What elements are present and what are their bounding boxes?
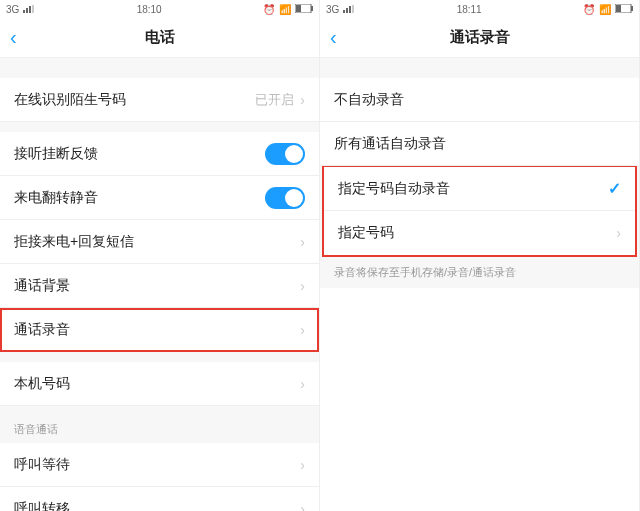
svg-rect-10 <box>352 5 354 13</box>
svg-rect-2 <box>29 6 31 13</box>
chevron-right-icon: › <box>616 225 621 241</box>
page-title: 通话录音 <box>450 28 510 47</box>
svg-rect-13 <box>631 6 633 11</box>
back-button[interactable]: ‹ <box>10 26 17 49</box>
row-label: 本机号码 <box>14 375 300 393</box>
row-label: 呼叫转移 <box>14 500 300 512</box>
status-bar: 3G 18:11 ⏰ 📶 <box>320 0 639 18</box>
row-label: 在线识别陌生号码 <box>14 91 255 109</box>
row-call-bg[interactable]: 通话背景 › <box>0 264 319 308</box>
nav-bar: ‹ 电话 <box>0 18 319 58</box>
network-label: 3G <box>326 4 339 15</box>
row-label: 来电翻转静音 <box>14 189 265 207</box>
row-label: 不自动录音 <box>334 91 625 109</box>
row-all-auto[interactable]: 所有通话自动录音 <box>320 122 639 166</box>
row-label: 通话录音 <box>14 321 300 339</box>
svg-rect-7 <box>343 10 345 13</box>
alarm-icon: ⏰ <box>583 4 595 15</box>
row-flip-mute[interactable]: 来电翻转静音 <box>0 176 319 220</box>
row-label: 所有通话自动录音 <box>334 135 625 153</box>
settings-list: 不自动录音 所有通话自动录音 指定号码自动录音 ✓ 指定号码 › 录音将保存至手… <box>320 58 639 288</box>
check-icon: ✓ <box>608 179 621 198</box>
svg-rect-6 <box>311 6 313 11</box>
footnote: 录音将保存至手机存储/录音/通话录音 <box>320 257 639 288</box>
chevron-right-icon: › <box>300 322 305 338</box>
page-title: 电话 <box>145 28 175 47</box>
svg-rect-9 <box>349 6 351 13</box>
wifi-icon: 📶 <box>279 4 291 15</box>
signal-icon <box>23 5 35 13</box>
svg-rect-0 <box>23 10 25 13</box>
svg-rect-12 <box>616 5 621 12</box>
status-bar: 3G 18:10 ⏰ 📶 <box>0 0 319 18</box>
row-my-number[interactable]: 本机号码 › <box>0 362 319 406</box>
battery-icon <box>295 4 313 15</box>
network-label: 3G <box>6 4 19 15</box>
row-label: 呼叫等待 <box>14 456 300 474</box>
row-label: 接听挂断反馈 <box>14 145 265 163</box>
row-call-record[interactable]: 通话录音 › <box>0 308 319 352</box>
chevron-right-icon: › <box>300 234 305 250</box>
clock: 18:10 <box>137 4 162 15</box>
row-label: 指定号码自动录音 <box>338 180 608 198</box>
svg-rect-5 <box>296 5 301 12</box>
chevron-right-icon: › <box>300 92 305 108</box>
signal-icon <box>343 5 355 13</box>
chevron-right-icon: › <box>300 376 305 392</box>
row-value: 已开启 <box>255 91 294 109</box>
row-answer-hangup[interactable]: 接听挂断反馈 <box>0 132 319 176</box>
chevron-right-icon: › <box>300 278 305 294</box>
row-label: 通话背景 <box>14 277 300 295</box>
row-specified-numbers[interactable]: 指定号码 › <box>324 211 635 255</box>
svg-rect-3 <box>32 5 34 13</box>
nav-bar: ‹ 通话录音 <box>320 18 639 58</box>
svg-rect-8 <box>346 8 348 13</box>
row-label: 指定号码 <box>338 224 616 242</box>
highlight-box: 指定号码自动录音 ✓ 指定号码 › <box>322 165 637 257</box>
chevron-right-icon: › <box>300 457 305 473</box>
settings-list: 在线识别陌生号码 已开启 › 接听挂断反馈 来电翻转静音 拒接来电+回复短信 ›… <box>0 58 319 511</box>
battery-icon <box>615 4 633 15</box>
section-voice-header: 语音通话 <box>0 406 319 443</box>
back-button[interactable]: ‹ <box>330 26 337 49</box>
phone-screen-left: 3G 18:10 ⏰ 📶 ‹ 电话 在线识别陌生号码 已开启 › 接听挂断反馈 … <box>0 0 320 511</box>
row-label: 拒接来电+回复短信 <box>14 233 300 251</box>
row-reject-sms[interactable]: 拒接来电+回复短信 › <box>0 220 319 264</box>
wifi-icon: 📶 <box>599 4 611 15</box>
alarm-icon: ⏰ <box>263 4 275 15</box>
row-specified-auto[interactable]: 指定号码自动录音 ✓ <box>324 167 635 211</box>
row-no-auto[interactable]: 不自动录音 <box>320 78 639 122</box>
row-call-forward[interactable]: 呼叫转移 › <box>0 487 319 511</box>
svg-rect-1 <box>26 8 28 13</box>
chevron-right-icon: › <box>300 501 305 512</box>
phone-screen-right: 3G 18:11 ⏰ 📶 ‹ 通话录音 不自动录音 所有通话自动录音 指定号码自… <box>320 0 640 511</box>
row-call-waiting[interactable]: 呼叫等待 › <box>0 443 319 487</box>
clock: 18:11 <box>457 4 482 15</box>
row-online-id[interactable]: 在线识别陌生号码 已开启 › <box>0 78 319 122</box>
toggle-switch[interactable] <box>265 143 305 165</box>
toggle-switch[interactable] <box>265 187 305 209</box>
